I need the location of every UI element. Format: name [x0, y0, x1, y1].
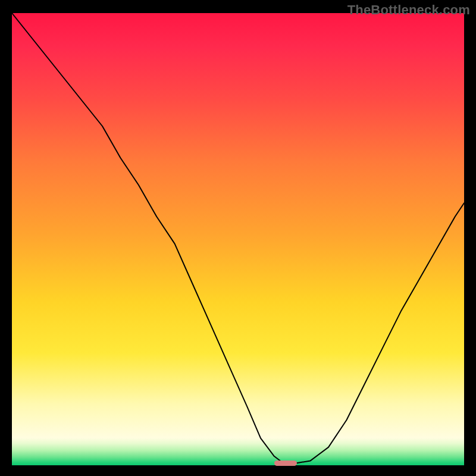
watermark-text: TheBottleneck.com [347, 2, 470, 18]
bottleneck-curve [12, 13, 464, 465]
plot-area [12, 13, 464, 465]
chart-frame: TheBottleneck.com [0, 0, 476, 476]
optimum-marker [274, 461, 297, 466]
